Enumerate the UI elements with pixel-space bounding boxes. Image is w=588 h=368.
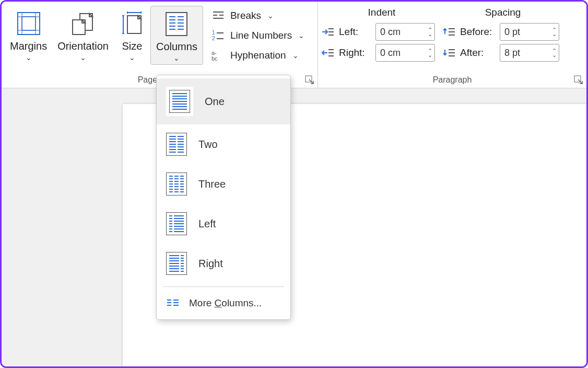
- columns-option-three[interactable]: Three: [157, 164, 290, 204]
- columns-option-label: Right: [198, 258, 223, 270]
- spinner-arrows[interactable]: ⌃⌄: [552, 49, 557, 57]
- chevron-down-icon: ⌄: [26, 53, 32, 62]
- svg-rect-15: [166, 13, 187, 36]
- chevron-down-icon: ⌄: [129, 53, 135, 62]
- size-button[interactable]: Size ⌄: [114, 6, 150, 64]
- columns-right-icon: [166, 252, 187, 275]
- columns-one-icon: [166, 87, 193, 116]
- more-columns-label: More Columns...: [189, 297, 262, 309]
- line-numbers-label: Line Numbers: [230, 30, 292, 41]
- chevron-down-icon: ⌄: [267, 12, 274, 20]
- columns-dropdown: One Two Three Left Right More Columns...: [156, 75, 291, 320]
- size-icon: [119, 9, 145, 38]
- columns-option-left[interactable]: Left: [157, 204, 290, 244]
- indent-left-icon: [321, 27, 335, 37]
- hyphenation-button[interactable]: a-bc Hyphenation ⌄: [207, 48, 309, 63]
- columns-option-label: One: [205, 96, 225, 108]
- spacing-after-value: 8 pt: [504, 48, 520, 59]
- paragraph-group-label: Paragraph: [318, 75, 586, 85]
- chevron-down-icon: ⌄: [292, 51, 299, 60]
- columns-option-label: Three: [198, 178, 226, 190]
- group-paragraph: Indent Spacing Left: 0 cm ⌃⌄ Before: 0 p: [318, 2, 586, 88]
- spacing-before-value: 0 pt: [504, 27, 520, 38]
- svg-text:1: 1: [212, 30, 215, 36]
- columns-label: Columns: [156, 41, 197, 53]
- orientation-label: Orientation: [57, 40, 109, 52]
- columns-option-two[interactable]: Two: [157, 124, 290, 164]
- columns-option-label: Two: [198, 139, 218, 151]
- spacing-before-icon: [442, 27, 456, 37]
- svg-text:bc: bc: [211, 55, 218, 61]
- spacing-header: Spacing: [442, 7, 563, 18]
- spinner-arrows[interactable]: ⌃⌄: [428, 28, 432, 36]
- spacing-after-input[interactable]: 8 pt ⌃⌄: [500, 44, 559, 62]
- indent-header: Indent: [321, 7, 442, 18]
- orientation-icon: [69, 9, 97, 38]
- chevron-down-icon: ⌄: [298, 31, 304, 40]
- spinner-arrows[interactable]: ⌃⌄: [428, 49, 432, 57]
- indent-left-input[interactable]: 0 cm ⌃⌄: [375, 23, 435, 41]
- columns-option-right[interactable]: Right: [157, 244, 290, 283]
- size-label: Size: [122, 40, 143, 52]
- more-columns-icon: [166, 298, 180, 308]
- ribbon: Margins ⌄ Orientation ⌄ Size ⌄: [2, 2, 586, 88]
- line-numbers-icon: 12: [211, 30, 225, 41]
- page-setup-launcher[interactable]: [305, 75, 314, 85]
- chevron-down-icon: ⌄: [80, 53, 86, 62]
- spinner-arrows[interactable]: ⌃⌄: [552, 28, 557, 36]
- indent-right-label: Right:: [339, 47, 371, 59]
- hyphenation-label: Hyphenation: [230, 50, 286, 61]
- hyphenation-icon: a-bc: [211, 50, 225, 61]
- svg-text:2: 2: [212, 36, 215, 41]
- columns-left-icon: [166, 212, 187, 235]
- columns-option-one[interactable]: One: [157, 78, 290, 124]
- more-columns-button[interactable]: More Columns...: [157, 290, 290, 316]
- columns-icon: [164, 9, 189, 39]
- page-setup-big-buttons: Margins ⌄ Orientation ⌄ Size ⌄: [5, 6, 314, 65]
- indent-right-icon: [321, 48, 335, 58]
- columns-two-icon: [166, 133, 187, 156]
- indent-right-value: 0 cm: [380, 48, 401, 59]
- menu-separator: [163, 286, 284, 287]
- breaks-label: Breaks: [230, 10, 261, 21]
- columns-button[interactable]: Columns ⌄: [150, 6, 203, 65]
- paragraph-launcher[interactable]: [574, 75, 583, 85]
- paragraph-headers: Indent Spacing: [321, 6, 583, 21]
- margins-label: Margins: [10, 40, 47, 52]
- chevron-down-icon: ⌄: [173, 54, 180, 62]
- breaks-icon: [211, 10, 225, 21]
- line-numbers-button[interactable]: 12 Line Numbers ⌄: [207, 28, 309, 43]
- svg-rect-1: [22, 17, 36, 30]
- orientation-button[interactable]: Orientation ⌄: [52, 6, 114, 64]
- margins-button[interactable]: Margins ⌄: [5, 6, 52, 64]
- spacing-after-label: After:: [460, 47, 496, 59]
- columns-three-icon: [166, 172, 187, 196]
- indent-left-value: 0 cm: [380, 27, 401, 38]
- margins-icon: [16, 9, 42, 38]
- breaks-button[interactable]: Breaks ⌄: [207, 8, 309, 24]
- document-area: [2, 88, 586, 366]
- svg-rect-0: [18, 13, 40, 34]
- spacing-before-input[interactable]: 0 pt ⌃⌄: [500, 23, 559, 41]
- indent-right-input[interactable]: 0 cm ⌃⌄: [375, 44, 435, 62]
- spacing-after-icon: [442, 48, 456, 58]
- columns-option-label: Left: [198, 218, 216, 230]
- spacing-before-label: Before:: [460, 26, 496, 38]
- indent-left-label: Left:: [339, 26, 371, 38]
